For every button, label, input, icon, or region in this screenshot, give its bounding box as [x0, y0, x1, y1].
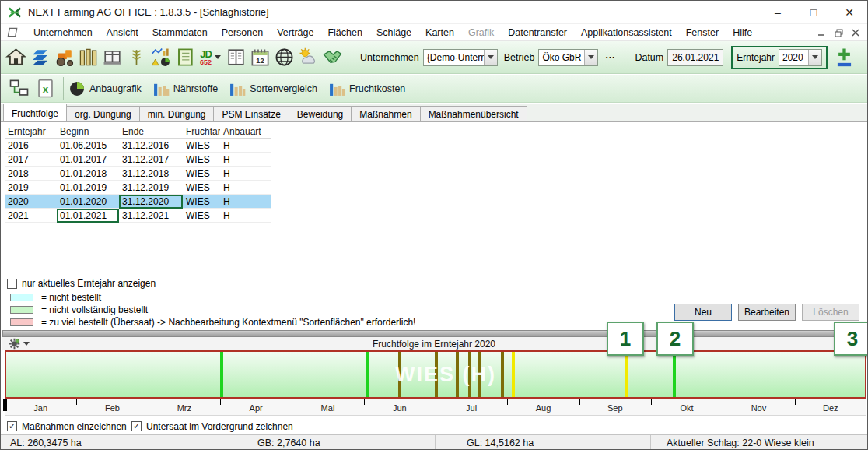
menu-datentransfer[interactable]: Datentransfer	[501, 26, 574, 40]
checkbox-box[interactable]: ✓	[7, 421, 17, 431]
home-icon[interactable]	[5, 46, 26, 69]
tab-min-duengung[interactable]: min. Düngung	[139, 106, 215, 121]
checkbox-box[interactable]	[7, 279, 17, 289]
naehrstoffe-button[interactable]: Nährstoffe	[152, 80, 218, 97]
minimize-button[interactable]: –	[760, 1, 796, 24]
axis-tick	[292, 399, 292, 405]
betrieb-dropdown-button[interactable]	[584, 50, 597, 65]
wheat-icon[interactable]	[126, 46, 147, 69]
table-header-row: Erntejahr Beginn Ende Fruchtart Anbauart	[5, 125, 271, 139]
unternehmen-dropdown-button[interactable]	[484, 50, 497, 65]
splitter-bar[interactable]	[2, 330, 866, 337]
menu-stammdaten[interactable]: Stammdaten	[145, 26, 215, 40]
tab-fruchtfolge[interactable]: Fruchtfolge	[3, 104, 67, 121]
month-feb: Feb	[76, 399, 148, 415]
table-row-selected[interactable]: 202001.01.202031.12.2020WIESH	[5, 195, 271, 209]
highlighted-beginn-cell: 01.01.2021	[57, 209, 119, 223]
tab-strip: Fruchtfolge org. Düngung min. Düngung PS…	[1, 104, 867, 121]
menu-applikationsassistent[interactable]: Applikationsassistent	[574, 26, 679, 40]
child-window-icon[interactable]	[7, 26, 19, 38]
datum-label: Datum	[635, 52, 663, 63]
month-jun: Jun	[364, 399, 436, 415]
erntejahr-value: 2020	[779, 50, 808, 65]
window-title: NEXT Farming AG OFFICE : 1.8.3.5 - [Schl…	[28, 6, 269, 18]
tab-psm-einsaetze[interactable]: PSM Einsätze	[213, 106, 289, 121]
menu-flaechen[interactable]: Flächen	[320, 26, 369, 40]
pie-chart-icon	[68, 80, 86, 97]
maximize-button[interactable]: □	[796, 1, 831, 24]
erntejahr-combobox[interactable]: 2020	[779, 49, 822, 66]
unternehmen-combobox[interactable]: {Demo-Unterneh	[423, 49, 498, 66]
chart-header: Fruchtfolge im Erntejahr 2020	[2, 337, 866, 350]
bar-chart-icon	[229, 80, 246, 97]
table-row[interactable]: 201601.06.201531.12.2016WIESH	[5, 139, 271, 153]
menu-personen[interactable]: Personen	[215, 26, 271, 40]
checkbox-box[interactable]: ✓	[131, 421, 142, 431]
menu-bar: Unternehmen Ansicht Stammdaten Personen …	[1, 24, 867, 41]
toolbar2-separator	[63, 77, 64, 100]
anbaugrafik-button[interactable]: Anbaugrafik	[68, 80, 142, 97]
callout-3: 3	[834, 322, 868, 356]
layers-icon[interactable]	[30, 46, 51, 69]
excel-export-icon[interactable]: x	[33, 77, 57, 100]
weather-icon[interactable]	[298, 46, 319, 69]
tab-massnahmenuebersicht[interactable]: Maßnahmenübersicht	[420, 106, 527, 121]
sortenvergleich-button[interactable]: Sortenvergleich	[229, 80, 317, 97]
untersaat-vordergrund-checkbox[interactable]: ✓ Untersaat im Vordergrund zeichnen	[131, 421, 293, 432]
tab-beweidung[interactable]: Beweidung	[289, 106, 352, 121]
fruchtfolge-table: Erntejahr Beginn Ende Fruchtart Anbauart…	[5, 125, 271, 223]
bar-chart-icon	[152, 80, 170, 97]
menu-vertraege[interactable]: Verträge	[270, 26, 320, 40]
menu-schlaege[interactable]: Schläge	[369, 26, 418, 40]
tab-massnahmen[interactable]: Maßnahmen	[351, 106, 420, 121]
legend-item-uebersaat: = zu viel bestellt (Übersaat) -> Nachbea…	[10, 317, 415, 328]
network-monitors-icon[interactable]	[7, 77, 30, 100]
col-beginn: Beginn	[57, 125, 119, 139]
month-sep: Sep	[579, 399, 651, 415]
neu-button[interactable]: Neu	[674, 304, 732, 321]
calendar-icon[interactable]: 12	[250, 46, 271, 69]
menu-unternehmen[interactable]: Unternehmen	[26, 26, 100, 40]
analysis-chart-icon[interactable]	[150, 46, 171, 69]
tab-org-duengung[interactable]: org. Düngung	[66, 106, 140, 121]
add-year-icon[interactable]	[834, 46, 855, 69]
massnahmen-einzeichnen-checkbox[interactable]: ✓ Maßnahmen einzeichnen	[7, 421, 127, 432]
close-button[interactable]: ✕	[831, 1, 867, 24]
fruchtkosten-button[interactable]: Fruchtkosten	[328, 80, 405, 97]
table-row[interactable]: 202101.01.202131.12.2021WIESH	[5, 209, 271, 223]
filter-current-year-checkbox[interactable]: nur aktuelles Erntejahr anzeigen	[7, 278, 156, 289]
datum-field[interactable]: 26.01.2021	[667, 49, 723, 66]
menu-hilfe[interactable]: Hilfe	[726, 26, 759, 40]
betrieb-combobox[interactable]: Öko GbR	[538, 49, 598, 66]
pallet-icon[interactable]	[102, 46, 123, 69]
jd652-icon[interactable]: JD 652	[200, 49, 212, 66]
month-dez: Dez	[795, 399, 866, 415]
handshake-icon[interactable]	[322, 46, 343, 69]
notebook-icon[interactable]	[174, 46, 195, 69]
status-gl: GL: 14,5162 ha	[435, 435, 650, 450]
jd652-dropdown-caret[interactable]	[215, 55, 221, 59]
table-row[interactable]: 201901.01.201931.12.2019WIESH	[5, 181, 271, 195]
mdi-close-button[interactable]	[849, 26, 863, 39]
betrieb-more-button[interactable]: ...	[601, 50, 619, 65]
status-aktueller-schlag: Aktueller Schlag: 22-0 Wiese klein	[650, 435, 867, 450]
month-okt: Okt	[651, 399, 723, 415]
book-icon[interactable]	[226, 46, 247, 69]
bearbeiten-button[interactable]: Bearbeiten	[738, 304, 796, 321]
bar-chart-icon	[328, 80, 345, 97]
erntejahr-dropdown-button[interactable]	[808, 50, 821, 65]
axis-tick	[76, 399, 77, 405]
silo-icon[interactable]	[78, 46, 99, 69]
table-row[interactable]: 201801.01.201831.12.2018WIESH	[5, 167, 271, 181]
menu-fenster[interactable]: Fenster	[679, 26, 726, 40]
chart-marker-green	[673, 352, 676, 397]
fruchtfolge-page: Erntejahr Beginn Ende Fruchtart Anbauart…	[1, 121, 867, 330]
menu-ansicht[interactable]: Ansicht	[100, 26, 145, 40]
mdi-restore-button[interactable]	[831, 26, 845, 39]
menu-karten[interactable]: Karten	[418, 26, 461, 40]
tractor-icon[interactable]	[54, 46, 75, 69]
legend-item-nicht-vollstaendig: = nicht vollständig bestellt	[10, 304, 148, 315]
table-row[interactable]: 201701.01.201731.12.2017WIESH	[5, 153, 271, 167]
mdi-minimize-button[interactable]	[814, 26, 828, 39]
globe-icon[interactable]	[274, 46, 295, 69]
